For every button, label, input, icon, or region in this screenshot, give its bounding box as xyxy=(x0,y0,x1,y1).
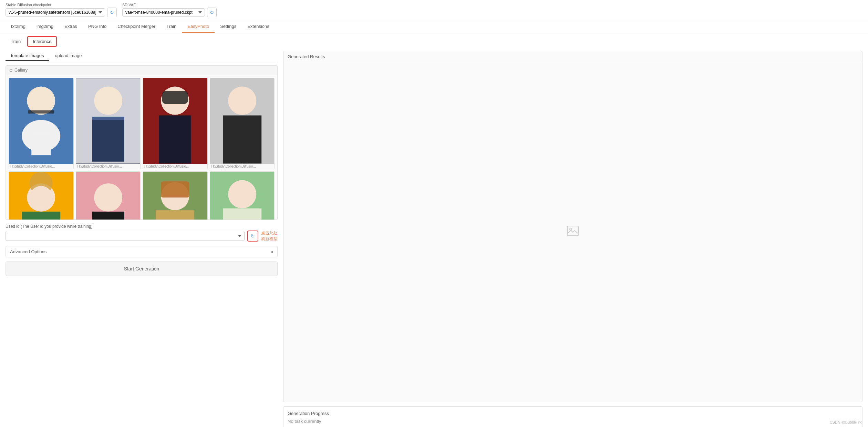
svg-point-28 xyxy=(96,186,120,209)
gallery-item[interactable]: H:\Study\Collection\Diffusio... xyxy=(76,171,141,220)
tab-settings[interactable]: Settings xyxy=(215,20,242,33)
used-id-refresh-button[interactable]: ↻ xyxy=(247,231,258,242)
tab-txt2img[interactable]: txt2img xyxy=(6,20,31,33)
gallery-item[interactable]: H:\Study\Collection\Diffusio... xyxy=(9,171,74,220)
svg-rect-54 xyxy=(567,226,578,236)
right-panel: Generated Results Generation Progress No… xyxy=(283,51,862,427)
gallery-header-label: Gallery xyxy=(14,68,28,73)
checkpoint-select-row: v1-5-pruned-emaonly.safetensors [6ce0161… xyxy=(6,8,117,17)
tab-img2img[interactable]: img2img xyxy=(31,20,59,33)
svg-rect-27 xyxy=(92,212,124,220)
svg-rect-3 xyxy=(31,133,51,155)
svg-point-4 xyxy=(30,89,53,112)
gallery-item[interactable]: H:\Study\Collection\Diffusio... xyxy=(9,78,74,169)
subtab-inference[interactable]: Inference xyxy=(27,36,57,47)
gallery-caption: H:\Study\Collection\Diffusio... xyxy=(143,164,207,169)
svg-rect-36 xyxy=(223,208,261,220)
gallery-item[interactable]: H:\Study\Collection\Diffusio... xyxy=(76,78,141,169)
svg-rect-13 xyxy=(159,115,191,163)
tab-extensions[interactable]: Extensions xyxy=(242,20,275,33)
svg-point-19 xyxy=(230,89,254,112)
hint-line1: 点击此处 xyxy=(261,230,278,236)
used-id-section: Used id (The User id you provide while t… xyxy=(6,224,278,242)
gallery-item[interactable]: H:\Study\Collection\Diffusio... xyxy=(210,171,275,220)
svg-point-10 xyxy=(96,89,120,112)
vae-select-row: vae-ft-mse-840000-ema-pruned.ckpt ↻ xyxy=(122,8,217,17)
gallery-caption: H:\Study\Collection\Diffusio... xyxy=(9,164,73,169)
checkpoint-label: Stable Diffusion checkpoint xyxy=(6,3,117,7)
image-placeholder-icon xyxy=(566,224,580,241)
svg-rect-15 xyxy=(162,91,188,104)
inner-tabs: template images upload image xyxy=(6,51,278,61)
used-id-select[interactable] xyxy=(6,231,245,241)
svg-rect-9 xyxy=(92,117,124,120)
tab-train[interactable]: Train xyxy=(161,20,182,33)
left-panel: template images upload image ⊡ Gallery xyxy=(6,51,278,427)
gallery-item[interactable]: H:\Study\Collection\Diffusio... xyxy=(143,171,208,220)
inner-tab-upload-image[interactable]: upload image xyxy=(49,51,87,61)
svg-rect-18 xyxy=(223,115,261,163)
hint-line2: 刷新模型 xyxy=(261,236,278,242)
svg-rect-23 xyxy=(22,212,60,220)
start-generation-button[interactable]: Start Generation xyxy=(6,261,278,276)
svg-rect-5 xyxy=(28,110,54,114)
subtab-train[interactable]: Train xyxy=(6,36,26,46)
checkpoint-refresh-button[interactable]: ↻ xyxy=(107,8,117,17)
tab-checkpoint-merger[interactable]: Checkpoint Merger xyxy=(112,20,161,33)
gallery-caption: H:\Study\Collection\Diffusio... xyxy=(210,164,275,169)
svg-point-24 xyxy=(30,186,53,209)
svg-rect-33 xyxy=(161,181,189,198)
inner-tab-template-images[interactable]: template images xyxy=(6,51,49,61)
gallery-container: ⊡ Gallery xyxy=(6,65,278,220)
tab-png-info[interactable]: PNG Info xyxy=(83,20,112,33)
tab-easyphoto[interactable]: EasyPhoto xyxy=(182,20,215,33)
gallery-scroll[interactable]: H:\Study\Collection\Diffusio... xyxy=(6,75,277,220)
used-id-label: Used id (The User id you provide while t… xyxy=(6,224,278,229)
advanced-options-label: Advanced Options xyxy=(10,249,46,254)
gallery-header: ⊡ Gallery xyxy=(6,66,277,75)
tab-extras[interactable]: Extras xyxy=(59,20,83,33)
generation-progress-section: Generation Progress No task currently xyxy=(283,406,862,427)
advanced-arrow-icon: ◀ xyxy=(270,250,273,254)
vae-refresh-button[interactable]: ↻ xyxy=(207,8,217,17)
generation-progress-label: Generation Progress xyxy=(288,411,858,416)
advanced-options[interactable]: Advanced Options ◀ xyxy=(6,246,278,257)
vae-group: SD VAE vae-ft-mse-840000-ema-pruned.ckpt… xyxy=(122,3,217,17)
watermark: CSDN @Bubbliiiing xyxy=(829,420,862,424)
generated-results-section: Generated Results xyxy=(283,51,862,402)
checkpoint-select[interactable]: v1-5-pruned-emaonly.safetensors [6ce0161… xyxy=(6,8,105,17)
no-task-text: No task currently xyxy=(288,419,858,424)
top-bar: Stable Diffusion checkpoint v1-5-pruned-… xyxy=(0,0,868,20)
gallery-item[interactable]: H:\Study\Collection\Diffusio... xyxy=(210,78,275,169)
vae-select[interactable]: vae-ft-mse-840000-ema-pruned.ckpt xyxy=(122,8,205,17)
svg-point-55 xyxy=(570,228,572,230)
main-layout: template images upload image ⊡ Gallery xyxy=(0,47,868,427)
gallery-item[interactable]: H:\Study\Collection\Diffusio... xyxy=(143,78,208,169)
svg-rect-8 xyxy=(92,117,124,162)
svg-point-37 xyxy=(230,183,254,206)
generated-placeholder xyxy=(283,62,862,402)
gallery-caption: H:\Study\Collection\Diffusio... xyxy=(76,164,141,169)
gallery-grid: H:\Study\Collection\Diffusio... xyxy=(9,78,275,220)
used-id-row: ↻ 点击此处 刷新模型 xyxy=(6,230,278,242)
sub-tabs: Train Inference xyxy=(0,33,868,47)
gallery-icon: ⊡ xyxy=(9,68,12,73)
nav-tabs: txt2img img2img Extras PNG Info Checkpoi… xyxy=(0,20,868,33)
svg-rect-31 xyxy=(156,210,194,220)
generated-results-label: Generated Results xyxy=(283,51,862,62)
checkpoint-group: Stable Diffusion checkpoint v1-5-pruned-… xyxy=(6,3,117,17)
refresh-hint: 点击此处 刷新模型 xyxy=(261,230,278,242)
vae-label: SD VAE xyxy=(122,3,217,7)
